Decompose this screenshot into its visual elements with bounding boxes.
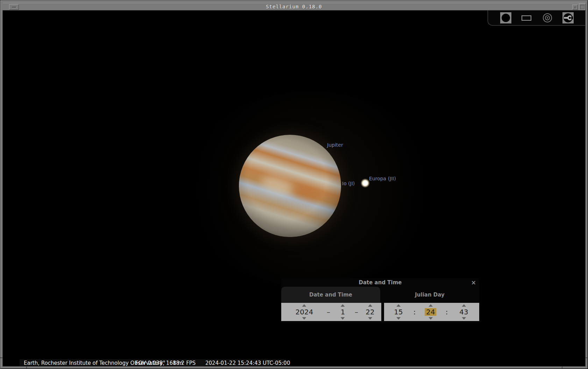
minute-spinner: 24: [425, 303, 436, 321]
second-down-arrow-icon[interactable]: [462, 317, 466, 320]
dialog-title: Date and Time: [281, 279, 479, 286]
sky-view[interactable]: Jupiter Io (JI) Europa (JII): [3, 11, 585, 366]
ocular-view-button[interactable]: [500, 12, 511, 23]
window-maximize-button[interactable]: [579, 4, 586, 11]
hour-value[interactable]: 15: [394, 308, 403, 316]
minute-value-highlighted[interactable]: 24: [425, 308, 436, 316]
wrench-icon: [563, 13, 573, 23]
shade-icon: [574, 7, 576, 8]
frame-resize-notch: [26, 366, 27, 369]
day-down-arrow-icon[interactable]: [368, 317, 372, 320]
second-value[interactable]: 43: [459, 308, 468, 316]
year-down-arrow-icon[interactable]: [302, 317, 306, 320]
stellarium-window: Stellarium 0.18.0 Jupiter Io (JI) Europa…: [0, 0, 588, 369]
hour-up-arrow-icon[interactable]: [396, 304, 401, 307]
telrad-button[interactable]: [542, 12, 553, 23]
window-minimize-button[interactable]: [9, 4, 19, 10]
ocular-icon: [502, 14, 510, 22]
second-up-arrow-icon[interactable]: [462, 304, 466, 307]
maximize-icon: [580, 5, 585, 9]
dialog-tabs: Date and Time Julian Day: [281, 287, 479, 303]
month-value[interactable]: 1: [341, 308, 345, 316]
minute-up-arrow-icon[interactable]: [428, 304, 433, 307]
minimize-icon: [12, 7, 16, 8]
month-spinner: 1: [341, 303, 345, 321]
day-spinner: 22: [366, 303, 374, 321]
window-title: Stellarium 0.18.0: [3, 3, 585, 11]
status-fov[interactable]: FOV 0.038°: [135, 360, 165, 366]
frame-resize-notch: [562, 366, 562, 369]
month-up-arrow-icon[interactable]: [341, 304, 345, 307]
ocular-settings-button[interactable]: [562, 12, 574, 23]
sensor-frame-button[interactable]: [521, 12, 532, 23]
time-spinner-panel: 15 : 24 : 43: [384, 303, 479, 321]
sensor-frame-icon: [522, 15, 531, 21]
minute-down-arrow-icon[interactable]: [428, 317, 433, 320]
dialog-header[interactable]: Date and Time ×: [281, 278, 479, 287]
frame-resize-notch: [0, 357, 3, 358]
date-separator: –: [355, 303, 358, 321]
telrad-icon: [543, 13, 552, 22]
label-io[interactable]: Io (JI): [342, 181, 355, 186]
time-colon: :: [413, 303, 416, 321]
moon-europa[interactable]: [361, 179, 370, 188]
date-spinner-panel: 2024 – 1 – 22: [281, 303, 381, 321]
time-colon: :: [446, 303, 448, 321]
second-spinner: 43: [459, 303, 468, 321]
year-spinner: 2024: [296, 303, 313, 321]
day-up-arrow-icon[interactable]: [368, 304, 372, 307]
label-europa[interactable]: Europa (JII): [369, 176, 396, 181]
window-shade-button[interactable]: [572, 5, 578, 10]
oculars-toolbar: [488, 11, 585, 26]
tab-date-and-time[interactable]: Date and Time: [281, 287, 380, 303]
jupiter-limb-shading: [239, 135, 341, 237]
year-value[interactable]: 2024: [296, 308, 313, 316]
planet-jupiter[interactable]: [239, 135, 341, 237]
day-value[interactable]: 22: [366, 308, 374, 316]
date-time-dialog: Date and Time × Date and Time Julian Day…: [281, 278, 479, 323]
date-separator: –: [327, 303, 330, 321]
month-down-arrow-icon[interactable]: [341, 317, 345, 320]
dialog-close-icon[interactable]: ×: [471, 279, 476, 286]
window-titlebar[interactable]: Stellarium 0.18.0: [3, 3, 585, 11]
hour-spinner: 15: [394, 303, 403, 321]
year-up-arrow-icon[interactable]: [302, 304, 306, 307]
status-datetime[interactable]: 2024-01-22 15:24:43 UTC-05:00: [205, 360, 290, 366]
frame-resize-notch: [585, 357, 588, 358]
label-jupiter[interactable]: Jupiter: [327, 142, 343, 148]
hour-down-arrow-icon[interactable]: [396, 317, 401, 320]
tab-julian-day[interactable]: Julian Day: [380, 287, 479, 303]
status-fps[interactable]: 18.2 FPS: [173, 360, 196, 366]
